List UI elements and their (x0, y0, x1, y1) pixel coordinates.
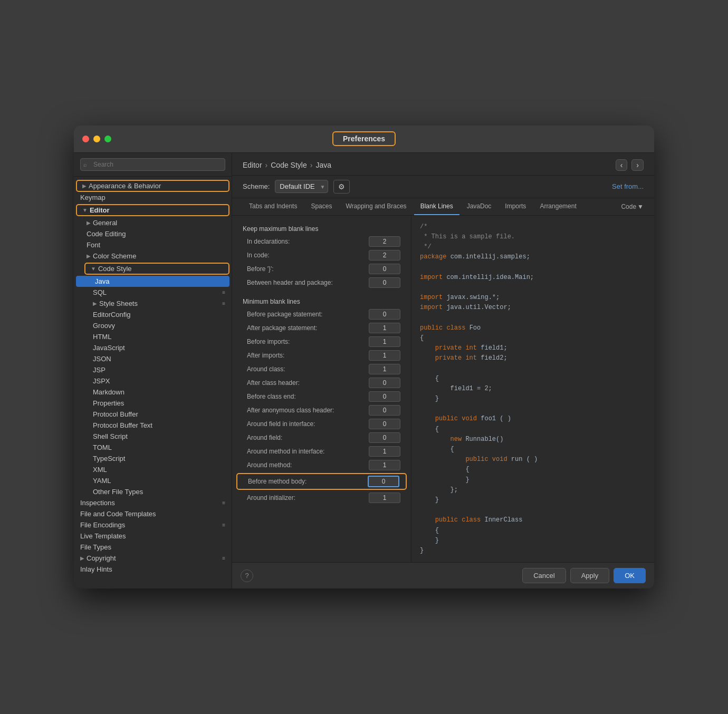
sidebar-item-protocol-buffer[interactable]: Protocol Buffer (74, 409, 232, 420)
field-label-before-method-body: Before method body: (248, 478, 306, 485)
sidebar-item-toml[interactable]: TOML (74, 442, 232, 453)
sidebar-item-inlay-hints[interactable]: Inlay Hints (74, 564, 232, 575)
field-label-after-imports: After imports: (247, 352, 284, 359)
cancel-button[interactable]: Cancel (522, 568, 566, 583)
ok-button[interactable]: OK (614, 568, 646, 583)
breadcrumb-actions: ‹ › (616, 159, 644, 171)
sidebar-item-json[interactable]: JSON (74, 353, 232, 364)
field-input-in-declarations[interactable] (369, 236, 400, 247)
tab-arrangement[interactable]: Arrangement (533, 198, 582, 215)
scheme-row: Scheme: Default IDE Project Custom ▼ ⚙ S… (232, 176, 654, 198)
sidebar-item-color-scheme[interactable]: ▶ Color Scheme (74, 250, 232, 262)
sidebar-item-jsp[interactable]: JSP (74, 364, 232, 375)
sidebar-item-markdown[interactable]: Markdown (74, 387, 232, 398)
sidebar-item-inspections[interactable]: Inspections ≡ (74, 497, 232, 508)
field-label-around-class: Around class: (247, 365, 285, 373)
tab-wrapping-braces[interactable]: Wrapping and Braces (339, 198, 413, 215)
help-button[interactable]: ? (241, 570, 253, 582)
code-line: /* (420, 222, 646, 232)
breadcrumb: Editor › Code Style › Java (243, 161, 331, 169)
field-row-after-class-header: After class header: (232, 376, 411, 390)
sidebar-item-html[interactable]: HTML (74, 331, 232, 342)
sidebar-item-typescript[interactable]: TypeScript (74, 453, 232, 464)
field-input-around-initializer[interactable] (369, 493, 400, 503)
sidebar-item-jspx[interactable]: JSPX (74, 375, 232, 387)
tab-javadoc[interactable]: JavaDoc (461, 198, 498, 215)
sidebar-item-general[interactable]: ▶ General (74, 217, 232, 228)
field-input-before-method-body[interactable] (368, 476, 399, 487)
sidebar-item-java[interactable]: Java (76, 276, 229, 287)
sidebar-item-javascript[interactable]: JavaScript (74, 342, 232, 353)
field-label-before-rbrace: Before '}': (247, 265, 274, 273)
stylesheets-badge: ≡ (222, 301, 225, 306)
field-label-around-method-interface: Around method in interface: (247, 448, 324, 455)
tab-tabs-indents[interactable]: Tabs and Indents (243, 198, 303, 215)
field-row-before-imports: Before imports: (232, 335, 411, 349)
chevron-right-icon-general: ▶ (87, 220, 91, 226)
back-button[interactable]: ‹ (616, 159, 628, 171)
sidebar-item-groovy[interactable]: Groovy (74, 320, 232, 331)
sidebar-item-keymap[interactable]: Keymap (74, 192, 232, 203)
search-wrap: ⌕ (80, 158, 225, 171)
code-line: public class Foo (420, 323, 646, 333)
field-input-before-imports[interactable] (369, 336, 400, 347)
sidebar-item-yaml[interactable]: YAML (74, 475, 232, 486)
sidebar-item-font[interactable]: Font (74, 239, 232, 250)
tab-blank-lines[interactable]: Blank Lines (414, 198, 459, 215)
sidebar-item-file-encodings[interactable]: File Encodings ≡ (74, 519, 232, 530)
minimize-button[interactable] (93, 136, 100, 142)
sidebar-item-live-templates[interactable]: Live Templates (74, 530, 232, 542)
field-label-after-anon-class: After anonymous class header: (247, 407, 334, 414)
maximize-button[interactable] (104, 136, 111, 142)
field-input-around-field[interactable] (369, 432, 400, 443)
chevron-down-icon-codestyle: ▼ (91, 266, 96, 272)
sidebar-item-appearance[interactable]: ▶ Appearance & Behavior (76, 180, 229, 192)
code-line: public void foo1 ( ) (420, 414, 646, 424)
code-line: field1 = 2; (420, 384, 646, 394)
sidebar-item-properties[interactable]: Properties (74, 398, 232, 409)
sidebar-item-shell-script[interactable]: Shell Script (74, 431, 232, 442)
close-button[interactable] (82, 136, 89, 142)
sidebar-item-code-editing[interactable]: Code Editing (74, 228, 232, 239)
sidebar-item-sql[interactable]: SQL ≡ (74, 287, 232, 298)
forward-button[interactable]: › (631, 159, 644, 171)
field-input-after-class-header[interactable] (369, 378, 400, 388)
apply-button[interactable]: Apply (570, 568, 610, 583)
sidebar-item-protocol-buffer-text[interactable]: Protocol Buffer Text (74, 420, 232, 431)
sidebar-item-editor[interactable]: ▼ Editor (76, 204, 229, 216)
sidebar-item-file-types[interactable]: File Types (74, 542, 232, 553)
field-input-between-header-package[interactable] (369, 277, 400, 288)
tab-spaces[interactable]: Spaces (304, 198, 338, 215)
tab-imports[interactable]: Imports (499, 198, 532, 215)
code-line: import com.intellij.idea.Main; (420, 273, 646, 283)
field-input-after-imports[interactable] (369, 350, 400, 361)
breadcrumb-sep2: › (310, 161, 313, 169)
field-input-around-method-interface[interactable] (369, 446, 400, 457)
code-line: } (420, 546, 646, 556)
sidebar-item-copyright[interactable]: ▶ Copyright ≡ (74, 553, 232, 564)
field-input-around-method[interactable] (369, 460, 400, 470)
sidebar-item-other-file-types[interactable]: Other File Types (74, 486, 232, 497)
search-input[interactable] (80, 158, 225, 171)
field-input-around-class[interactable] (369, 364, 400, 374)
set-from-link[interactable]: Set from... (612, 182, 644, 190)
field-input-before-rbrace[interactable] (369, 264, 400, 274)
field-row-around-method-interface: Around method in interface: (232, 445, 411, 458)
code-line: private int field2; (420, 353, 646, 363)
scheme-select[interactable]: Default IDE Project Custom (275, 180, 328, 193)
field-input-after-package[interactable] (369, 323, 400, 333)
sidebar-item-editorconfig[interactable]: EditorConfig (74, 309, 232, 320)
sidebar-item-code-style[interactable]: ▼ Code Style (84, 263, 229, 275)
scheme-gear-button[interactable]: ⚙ (333, 180, 350, 194)
sidebar-item-file-and-code-templates[interactable]: File and Code Templates (74, 508, 232, 519)
chevron-down-icon: ▼ (82, 207, 88, 213)
field-input-around-field-interface[interactable] (369, 419, 400, 429)
field-input-in-code[interactable] (369, 250, 400, 260)
sidebar-item-xml[interactable]: XML (74, 464, 232, 475)
field-input-after-anon-class[interactable] (369, 405, 400, 416)
field-input-before-package[interactable] (369, 309, 400, 320)
field-row-between-header-package: Between header and package: (232, 276, 411, 290)
field-input-before-class-end[interactable] (369, 391, 400, 402)
tab-code-more[interactable]: Code ▼ (621, 203, 644, 210)
sidebar-item-style-sheets[interactable]: ▶ Style Sheets ≡ (74, 298, 232, 309)
